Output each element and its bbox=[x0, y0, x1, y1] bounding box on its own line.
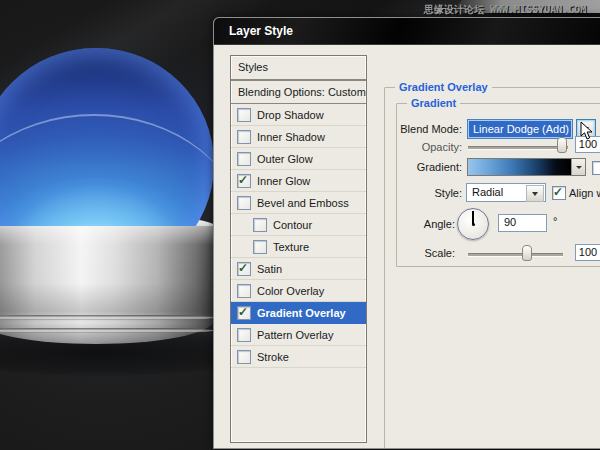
scale-slider-track[interactable] bbox=[468, 253, 563, 257]
style-item-label: Color Overlay bbox=[257, 285, 324, 297]
gradient-dropdown-button[interactable] bbox=[571, 159, 585, 175]
style-item-label: Contour bbox=[273, 219, 312, 231]
opacity-slider-track[interactable] bbox=[468, 146, 568, 150]
style-item-stroke[interactable]: Stroke bbox=[231, 346, 366, 368]
align-with-layer-label: Align w bbox=[569, 187, 600, 199]
checkbox-icon[interactable] bbox=[237, 130, 251, 144]
chevron-down-icon bbox=[576, 166, 582, 169]
styles-list: Styles Blending Options: Custom Drop Sha… bbox=[230, 55, 367, 443]
checkbox-icon[interactable] bbox=[237, 108, 251, 122]
opacity-slider-thumb[interactable] bbox=[557, 137, 567, 153]
checkbox-icon[interactable] bbox=[237, 174, 251, 188]
style-item-satin[interactable]: Satin bbox=[231, 258, 366, 280]
checkbox-icon[interactable] bbox=[237, 262, 251, 276]
style-item-label: Inner Glow bbox=[257, 175, 310, 187]
style-item-contour[interactable]: Contour bbox=[231, 214, 366, 236]
align-with-layer-checkbox[interactable] bbox=[552, 186, 566, 200]
style-item-inner-glow[interactable]: Inner Glow bbox=[231, 170, 366, 192]
style-item-bevel-and-emboss[interactable]: Bevel and Emboss bbox=[231, 192, 366, 214]
style-item-label: Drop Shadow bbox=[257, 109, 324, 121]
style-item-pattern-overlay[interactable]: Pattern Overlay bbox=[231, 324, 366, 346]
base-groove bbox=[0, 328, 214, 333]
dialog-titlebar[interactable]: Layer Style bbox=[214, 18, 600, 45]
mouse-cursor-icon bbox=[580, 121, 594, 141]
base-groove bbox=[0, 315, 214, 320]
checkbox-icon[interactable] bbox=[237, 284, 251, 298]
style-item-color-overlay[interactable]: Color Overlay bbox=[231, 280, 366, 302]
blend-mode-label: Blend Mode: bbox=[384, 123, 462, 135]
metal-base bbox=[0, 226, 214, 344]
gradient-picker[interactable] bbox=[467, 158, 586, 176]
chevron-down-icon bbox=[532, 192, 538, 196]
gradient-label: Gradient: bbox=[384, 161, 462, 173]
screenshot-root: 思缘设计论坛 WWW.MISSYUAN.COM Layer Style Styl… bbox=[0, 0, 600, 450]
blending-options-item[interactable]: Blending Options: Custom bbox=[231, 81, 366, 104]
layer-style-dialog: Layer Style Styles Blending Options: Cus… bbox=[213, 17, 600, 449]
dialog-title: Layer Style bbox=[229, 24, 293, 38]
style-item-texture[interactable]: Texture bbox=[231, 236, 366, 258]
scale-slider-thumb[interactable] bbox=[522, 245, 532, 261]
style-item-label: Satin bbox=[257, 263, 282, 275]
style-item-gradient-overlay[interactable]: Gradient Overlay bbox=[231, 302, 366, 324]
angle-dial-hub bbox=[472, 223, 475, 226]
reverse-checkbox[interactable] bbox=[592, 161, 600, 175]
style-item-label: Bevel and Emboss bbox=[257, 197, 349, 209]
style-item-drop-shadow[interactable]: Drop Shadow bbox=[231, 104, 366, 126]
angle-dial[interactable] bbox=[457, 208, 489, 240]
blend-mode-select[interactable]: Linear Dodge (Add) bbox=[467, 119, 573, 139]
top-watermark: 思缘设计论坛 WWW.MISSYUAN.COM bbox=[424, 3, 600, 17]
opacity-label: Opacity: bbox=[384, 141, 462, 153]
gradient-group-title: Gradient bbox=[407, 97, 460, 110]
style-item-label: Texture bbox=[273, 241, 309, 253]
style-label: Style: bbox=[384, 187, 462, 199]
checkbox-icon[interactable] bbox=[253, 218, 267, 232]
style-item-label: Pattern Overlay bbox=[257, 329, 333, 341]
checkbox-icon[interactable] bbox=[237, 152, 251, 166]
angle-label: Angle: bbox=[384, 218, 455, 230]
styles-list-header[interactable]: Styles bbox=[231, 56, 366, 81]
style-item-inner-shadow[interactable]: Inner Shadow bbox=[231, 126, 366, 148]
style-dropdown-button[interactable] bbox=[526, 185, 544, 202]
checkbox-icon[interactable] bbox=[237, 328, 251, 342]
style-select[interactable]: Radial bbox=[466, 183, 546, 202]
style-select-value: Radial bbox=[472, 186, 503, 198]
style-item-label: Inner Shadow bbox=[257, 131, 325, 143]
gradient-preview[interactable] bbox=[468, 159, 571, 175]
gradient-overlay-group-title: Gradient Overlay bbox=[395, 81, 492, 94]
dialog-body: Styles Blending Options: Custom Drop Sha… bbox=[214, 45, 600, 448]
checkbox-icon[interactable] bbox=[253, 240, 267, 254]
angle-degree-unit: ° bbox=[553, 215, 557, 227]
style-item-label: Gradient Overlay bbox=[257, 307, 346, 319]
style-item-label: Stroke bbox=[257, 351, 289, 363]
style-item-outer-glow[interactable]: Outer Glow bbox=[231, 148, 366, 170]
checkbox-icon[interactable] bbox=[237, 196, 251, 210]
scale-value-input[interactable]: 100 bbox=[575, 244, 600, 261]
scale-label: Scale: bbox=[384, 247, 455, 259]
checkbox-icon[interactable] bbox=[237, 306, 251, 320]
angle-value-input[interactable]: 90 bbox=[498, 214, 547, 232]
checkbox-icon[interactable] bbox=[237, 350, 251, 364]
style-item-label: Outer Glow bbox=[257, 153, 313, 165]
